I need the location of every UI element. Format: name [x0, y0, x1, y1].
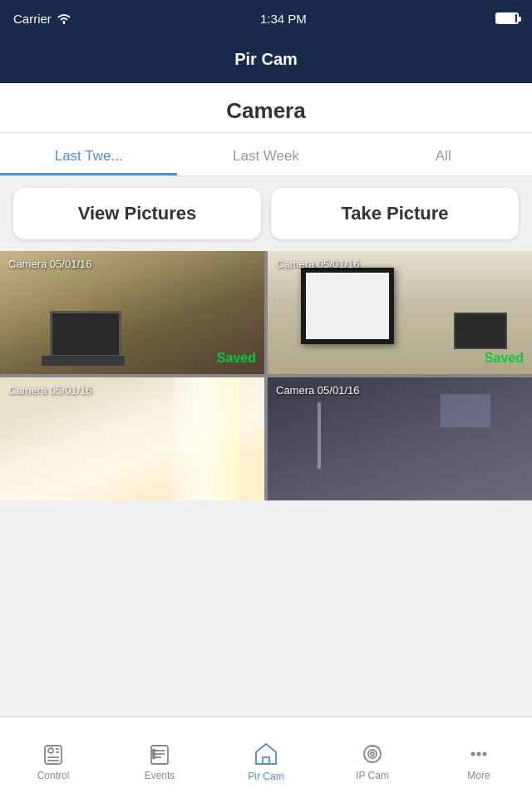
- svg-point-21: [483, 751, 487, 756]
- svg-point-16: [371, 752, 374, 756]
- tab-events[interactable]: Events: [106, 717, 213, 798]
- segment-all[interactable]: All: [355, 140, 532, 175]
- camera-label-2: Camera 05/01/16: [276, 258, 359, 270]
- camera-label-1: Camera 05/01/16: [8, 258, 91, 270]
- nav-title: Pir Cam: [234, 50, 298, 69]
- svg-point-15: [368, 750, 377, 758]
- tab-control[interactable]: Control: [0, 717, 106, 798]
- action-buttons-row: View Pictures Take Picture: [0, 176, 532, 251]
- svg-point-12: [153, 756, 155, 758]
- segment-last-week[interactable]: Last Week: [177, 140, 354, 175]
- more-icon: [466, 741, 491, 766]
- svg-point-1: [48, 748, 53, 753]
- tab-ipcam[interactable]: IP Cam: [319, 717, 426, 798]
- tab-bar: Control Events Pir Cam: [0, 717, 532, 798]
- svg-point-11: [153, 752, 155, 755]
- svg-rect-13: [263, 757, 269, 764]
- clock: 1:34 PM: [260, 12, 307, 26]
- wifi-icon: [57, 12, 71, 24]
- camera-label-4: Camera 05/01/16: [276, 384, 359, 397]
- carrier-label: Carrier: [13, 12, 52, 26]
- segment-control: Last Twe... Last Week All: [0, 133, 532, 176]
- svg-point-10: [153, 749, 155, 751]
- camera-tile-1[interactable]: Camera 05/01/16 Saved: [0, 251, 264, 374]
- tab-more-label: More: [467, 770, 490, 781]
- tab-pircam[interactable]: Pir Cam: [213, 717, 319, 798]
- control-icon: [41, 741, 66, 766]
- tab-more[interactable]: More: [426, 717, 532, 798]
- camera-tile-3[interactable]: Camera 05/01/16: [0, 377, 264, 500]
- events-icon: [147, 741, 172, 766]
- nav-bar: Pir Cam: [0, 37, 532, 83]
- status-bar: Carrier 1:34 PM: [0, 0, 532, 37]
- svg-point-20: [477, 751, 481, 756]
- svg-point-19: [471, 751, 475, 756]
- tab-events-label: Events: [145, 770, 175, 781]
- ipcam-icon: [360, 741, 385, 766]
- tab-ipcam-label: IP Cam: [356, 770, 389, 781]
- carrier-info: Carrier: [13, 12, 71, 26]
- camera-grid: Camera 05/01/16 Saved Camera 05/01/16 Sa…: [0, 251, 532, 500]
- camera-label-3: Camera 05/01/16: [8, 384, 91, 397]
- view-pictures-button[interactable]: View Pictures: [13, 188, 261, 239]
- camera-tile-2[interactable]: Camera 05/01/16 Saved: [268, 251, 532, 374]
- take-picture-button[interactable]: Take Picture: [271, 188, 519, 239]
- battery-icon: [495, 12, 519, 24]
- tab-pircam-label: Pir Cam: [248, 771, 283, 782]
- segment-last-twelve[interactable]: Last Twe...: [0, 140, 177, 175]
- page-title: Camera: [0, 83, 532, 133]
- saved-label-2: Saved: [485, 351, 524, 366]
- tab-control-label: Control: [37, 770, 70, 781]
- saved-label-1: Saved: [217, 351, 256, 366]
- camera-tile-4[interactable]: Camera 05/01/16: [268, 377, 532, 500]
- svg-line-18: [378, 747, 379, 749]
- pircam-icon: [253, 741, 279, 767]
